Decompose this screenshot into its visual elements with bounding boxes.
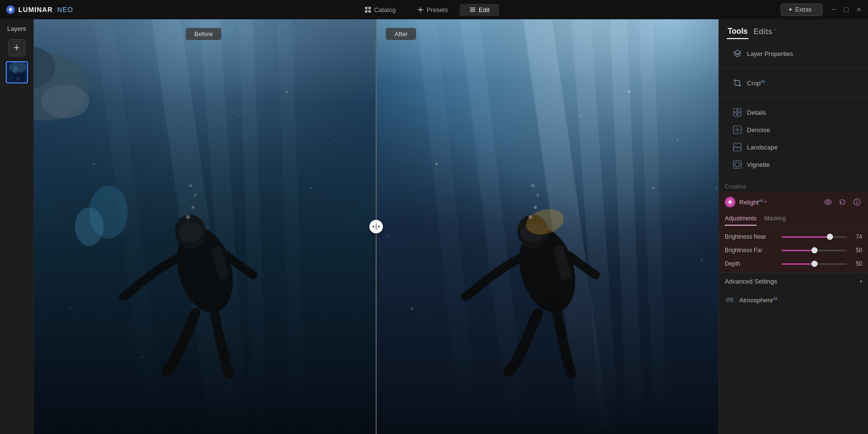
svg-point-77: [729, 201, 732, 203]
sliders-container: Brightness Near 74 Brightness Far: [719, 226, 868, 272]
denoise-svg-icon: [733, 125, 742, 134]
main-layout: Layers + Before After: [0, 19, 868, 434]
svg-point-29: [186, 215, 190, 219]
brightness-near-row: Brightness Near 74: [719, 230, 868, 244]
eye-icon: [824, 198, 832, 206]
svg-point-5: [419, 8, 421, 11]
svg-point-24: [75, 207, 104, 246]
depth-track: [782, 263, 847, 265]
svg-point-56: [534, 206, 537, 209]
vignette-item[interactable]: Vignette: [727, 156, 860, 173]
details-svg-icon: [733, 108, 742, 117]
landscape-item[interactable]: Landscape: [727, 138, 860, 156]
minimize-button[interactable]: −: [830, 6, 837, 13]
atmosphere-label: AtmosphereAI: [739, 296, 777, 304]
vignette-svg-icon: [733, 160, 742, 169]
layers-panel: Layers +: [0, 19, 34, 434]
svg-point-33: [93, 163, 95, 165]
advanced-settings-header[interactable]: Advanced Settings ▾: [719, 273, 868, 290]
svg-rect-4: [368, 10, 371, 13]
extras-button[interactable]: ✦ Extras ·: [781, 3, 823, 16]
close-button[interactable]: ×: [855, 6, 862, 13]
window-controls: − □ ×: [830, 6, 862, 13]
relight-visibility-button[interactable]: [823, 197, 833, 207]
layers-title: Layers: [7, 25, 26, 32]
after-panel: [376, 19, 719, 434]
brightness-far-row: Brightness Far 50: [719, 244, 868, 257]
svg-point-34: [238, 115, 240, 117]
edit-button[interactable]: Edit: [460, 4, 499, 16]
depth-thumb[interactable]: [811, 261, 817, 267]
subtab-adjustments[interactable]: Adjustments: [725, 212, 757, 226]
layer-preview-icon: [7, 62, 28, 83]
layer-properties-item[interactable]: Layer Properties: [727, 45, 860, 62]
add-layer-button[interactable]: +: [8, 39, 26, 56]
svg-rect-70: [738, 108, 741, 112]
svg-point-36: [359, 260, 360, 261]
crop-item[interactable]: CropAI: [727, 74, 860, 92]
relight-ai-badge: AI: [759, 198, 763, 203]
subtab-masking[interactable]: Masking: [764, 212, 786, 226]
brightness-far-value: 50: [851, 247, 862, 254]
relight-actions: [823, 197, 862, 207]
svg-point-61: [652, 187, 655, 190]
vignette-label: Vignette: [747, 161, 854, 168]
advanced-chevron-icon: ▾: [860, 279, 862, 284]
tools-list-section: Details Denoise Landscap: [719, 98, 868, 179]
svg-point-57: [537, 194, 539, 197]
relight-reset-button[interactable]: [837, 197, 848, 207]
svg-point-66: [387, 235, 389, 237]
layer-thumbnail[interactable]: [6, 61, 28, 83]
svg-point-80: [856, 201, 857, 202]
catalog-button[interactable]: Catalog: [355, 4, 406, 16]
atmosphere-ai-badge: AI: [773, 296, 777, 301]
split-handle[interactable]: [369, 220, 383, 233]
svg-rect-69: [733, 108, 737, 112]
tab-edits[interactable]: Edits ·: [752, 25, 776, 39]
after-label[interactable]: After: [386, 28, 416, 40]
advanced-settings-label: Advanced Settings: [725, 278, 856, 285]
tools-edits-tabs: Tools Edits ·: [719, 19, 868, 39]
after-scene-svg: [376, 19, 719, 434]
relight-subtabs: Adjustments Masking: [719, 212, 868, 226]
before-scene-svg: [34, 19, 376, 434]
atmosphere-row[interactable]: AtmosphereAI: [719, 290, 868, 310]
reset-icon: [839, 198, 846, 206]
svg-point-40: [141, 356, 143, 358]
presets-button[interactable]: Presets: [407, 4, 458, 16]
brightness-near-slider[interactable]: [782, 233, 847, 240]
svg-point-31: [194, 194, 197, 197]
tab-tools[interactable]: Tools: [727, 25, 748, 39]
layer-properties-icon: [732, 49, 742, 58]
denoise-label: Denoise: [747, 126, 854, 134]
svg-point-12: [16, 77, 20, 81]
brightness-near-track: [782, 236, 847, 238]
relight-info-button[interactable]: [852, 197, 862, 207]
brightness-far-slider[interactable]: [782, 247, 847, 254]
brightness-near-thumb[interactable]: [827, 234, 833, 240]
svg-point-39: [335, 139, 336, 141]
logo-icon: [6, 5, 15, 14]
svg-point-78: [827, 201, 829, 203]
after-image: [376, 19, 719, 434]
svg-rect-71: [733, 113, 737, 116]
relight-section: RelightAI *: [719, 192, 868, 272]
relight-header[interactable]: RelightAI *: [719, 192, 868, 212]
split-divider: [376, 19, 377, 434]
brightness-far-label: Brightness Far: [725, 247, 778, 254]
before-label[interactable]: Before: [186, 28, 221, 40]
depth-value: 50: [851, 260, 862, 267]
svg-point-60: [580, 115, 582, 117]
denoise-item[interactable]: Denoise: [727, 121, 860, 138]
crop-label: CropAI: [747, 79, 854, 87]
maximize-button[interactable]: □: [843, 6, 850, 13]
depth-slider[interactable]: [782, 260, 847, 267]
vignette-icon: [732, 160, 742, 169]
svg-point-30: [191, 206, 194, 209]
crop-icon: [732, 78, 742, 88]
details-item[interactable]: Details: [727, 104, 860, 121]
relight-asterisk: *: [765, 200, 767, 205]
depth-row: Depth 50: [719, 257, 868, 271]
brightness-far-thumb[interactable]: [811, 247, 817, 254]
svg-rect-1: [365, 7, 367, 9]
